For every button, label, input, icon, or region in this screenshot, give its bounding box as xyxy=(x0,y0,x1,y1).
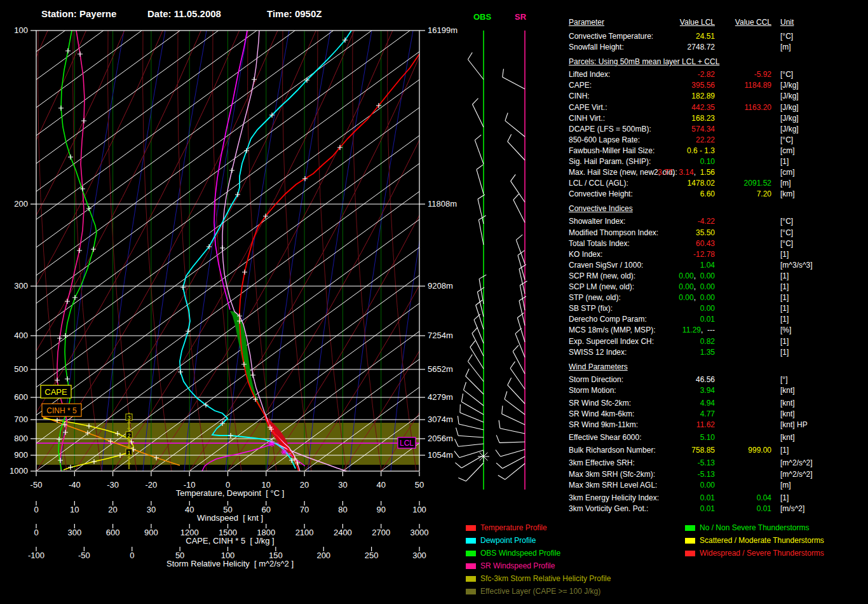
param-value-segment: 999.00 xyxy=(748,446,771,455)
skewed-isotherm-line xyxy=(266,31,868,471)
wind-barb-flag xyxy=(472,327,478,334)
param-value-lcl: 3.94 xyxy=(620,387,715,394)
wind-barb-flag xyxy=(516,235,522,240)
param-value-segment: 22.22 xyxy=(696,135,715,144)
wind-barb xyxy=(511,181,525,202)
legend-swatch xyxy=(466,538,476,544)
wind-barb-flag xyxy=(456,428,459,436)
param-value-segment: 6.60 xyxy=(700,189,715,198)
param-value-ccl: 0.01 xyxy=(714,505,771,512)
param-unit: [m^2/s^2] xyxy=(780,459,813,467)
skewed-isotherm-line xyxy=(228,31,832,471)
mixing-ratio-line xyxy=(143,31,207,471)
axis-tick-label: 90 xyxy=(376,505,385,514)
param-value-ccl: 7.20 xyxy=(714,190,771,198)
cape-inplot-label: CAPE xyxy=(44,387,67,397)
altitude-axis-label: 2056m xyxy=(428,434,453,443)
legend-swatch xyxy=(466,589,476,594)
param-unit: [m^3/s^3] xyxy=(780,261,813,269)
altitude-axis-label: 1054m xyxy=(428,451,453,459)
param-value-segment: 0.6 - 1.3 xyxy=(687,146,715,155)
legend-swatch xyxy=(466,563,476,569)
param-value-lcl: 1.35 xyxy=(620,348,715,356)
param-value-lcl: 4.77 xyxy=(620,410,715,418)
param-value-segment: , xyxy=(694,293,700,302)
pressure-axis-label: 200 xyxy=(3,200,28,208)
pressure-axis-label: 1000 xyxy=(3,467,28,475)
wind-barb xyxy=(458,436,484,437)
axis-tick-label: 2100 xyxy=(295,528,314,537)
wind-barb-flag xyxy=(510,362,515,369)
param-value-segment: 1478.02 xyxy=(688,179,715,188)
param-value-lcl: 11.29, --- xyxy=(620,326,715,334)
wind-barb-flag xyxy=(461,394,463,402)
param-value-lcl: 6.60 xyxy=(620,190,715,198)
wind-barb xyxy=(470,347,484,369)
wind-barb-flag xyxy=(498,475,505,479)
param-value-ccl: 999.00 xyxy=(714,446,771,454)
axis-tick-label: 3000 xyxy=(410,528,429,537)
wind-barb-flag xyxy=(508,134,512,142)
param-unit: [1] xyxy=(780,158,789,165)
axis-tick-label: 900 xyxy=(144,528,158,537)
legend-label: SR Windspeed Profile xyxy=(480,562,555,570)
wind-barb xyxy=(508,385,525,404)
param-unit: [1] xyxy=(780,446,789,454)
param-unit: [knt] HP xyxy=(780,421,808,429)
param-value-lcl: 0.01 xyxy=(620,505,715,512)
param-value-ccl: 0.04 xyxy=(714,494,771,502)
param-unit: [°] xyxy=(780,376,787,383)
wind-barb xyxy=(458,444,484,446)
param-value-segment: 4.94 xyxy=(700,399,715,408)
param-label: Snowfall Height: xyxy=(569,43,624,51)
wind-barb-flag xyxy=(479,275,486,279)
altitude-axis-label: 5652m xyxy=(428,365,453,373)
param-value-segment: 0.00 xyxy=(679,271,693,280)
wind-barb xyxy=(499,442,525,443)
skewed-isotherm-line xyxy=(0,31,180,471)
wind-barb-flag xyxy=(505,391,507,399)
wind-barb xyxy=(516,240,525,264)
param-value-lcl: -5.13 xyxy=(620,470,715,478)
axis-title: CAPE, CINH * 5 [ J/kg ] xyxy=(186,537,274,545)
axis-tick-label: 250 xyxy=(365,551,379,559)
skewt-grid xyxy=(0,31,868,471)
param-unit: [cm] xyxy=(780,168,795,176)
wind-barb-flag xyxy=(476,300,482,305)
param-value-segment: 0.82 xyxy=(700,337,715,346)
param-value-lcl: 0.82 xyxy=(620,338,715,345)
wind-barb-flag xyxy=(466,369,469,376)
profile-point-marker xyxy=(65,376,70,381)
profile-point-marker xyxy=(78,51,83,57)
param-value-segment: 0.00 xyxy=(700,304,715,313)
legend-swatch xyxy=(685,525,695,531)
param-unit: [1] xyxy=(780,348,789,356)
param-value-ccl: 2091.52 xyxy=(714,179,771,187)
param-unit: [°C] xyxy=(780,71,793,78)
wind-barb-flag xyxy=(458,477,466,481)
wind-barb xyxy=(472,104,484,127)
param-value-segment: , xyxy=(694,271,700,280)
axis-tick-label: 80 xyxy=(338,505,347,514)
skewt-sounding-app: 321CAPECINH * 5LCL Station: Payerne Date… xyxy=(0,0,868,604)
wind-barb-flag xyxy=(503,69,504,77)
param-value-segment: 0.04 xyxy=(757,493,771,502)
param-value-segment: -5.13 xyxy=(698,458,715,467)
param-value-segment: , --- xyxy=(701,326,715,334)
legend-swatch xyxy=(466,576,476,582)
wind-barb xyxy=(501,450,525,456)
param-value-segment: 0.00 xyxy=(700,271,715,280)
wind-barb xyxy=(466,376,484,394)
obs-column-header: OBS xyxy=(473,13,491,21)
param-value-segment: 168.23 xyxy=(691,114,715,123)
wind-barb-flag xyxy=(513,345,519,352)
param-value-segment: 3.77 xyxy=(658,168,672,177)
wind-barb-flag xyxy=(454,451,459,457)
sr-column-header: SR xyxy=(515,13,526,21)
param-unit: [m] xyxy=(780,481,791,489)
wind-barb-flag xyxy=(455,439,459,446)
axis-tick-label: 70 xyxy=(300,505,309,514)
param-value-lcl: 0.00, 0.00 xyxy=(620,272,715,280)
wind-barb-flag xyxy=(508,378,512,385)
profile-point-marker xyxy=(229,168,234,173)
